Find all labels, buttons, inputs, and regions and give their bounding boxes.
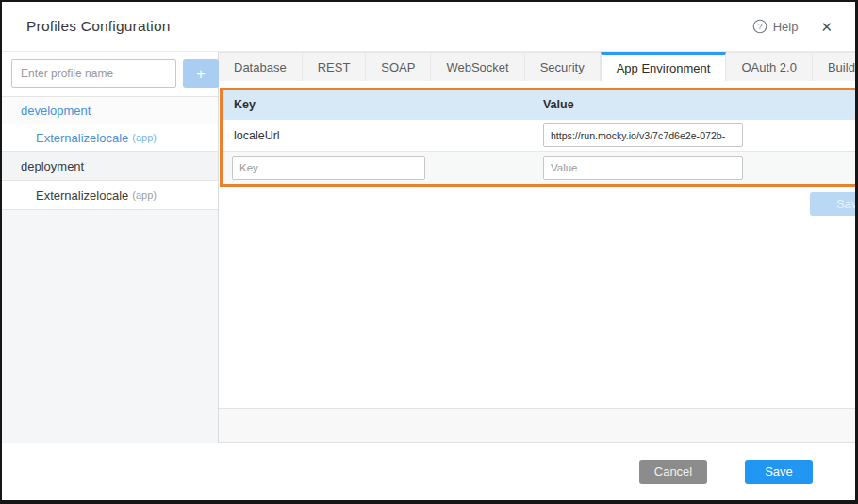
app-label: Externalizelocale [36,131,128,145]
tab-app-environment[interactable]: App Environment [601,52,727,81]
content-footer-strip [219,408,858,443]
inline-save-wrap: Save [220,187,858,216]
main-panel: Database REST SOAP WebSocket Security Ap… [219,52,858,443]
title-bar: Profiles Configuration ? Help ✕ [2,2,855,52]
new-key-input[interactable] [232,156,425,180]
sidebar-item-externalizelocale-deployment[interactable]: Externalizelocale (app) [2,181,218,210]
close-icon[interactable]: ✕ [820,20,833,34]
table-row: localeUrl [223,119,858,151]
cancel-button[interactable]: Cancel [639,460,707,484]
sidebar-item-deployment[interactable]: deployment [2,152,218,181]
key-column-header: Key [223,98,543,111]
new-value-input[interactable] [543,156,743,180]
help-icon: ? [752,19,767,34]
app-label: Externalizelocale [36,188,128,203]
app-environment-content: Key Value localeUrl [219,81,858,443]
profiles-sidebar: + development Externalizelocale (app) de… [2,52,219,443]
dialog-footer: Cancel Save [2,443,855,500]
tab-database[interactable]: Database [219,52,303,81]
table-header-row: Key Value [223,90,858,119]
svg-text:?: ? [757,22,762,31]
profile-list: development Externalizelocale (app) depl… [2,96,218,210]
help-button[interactable]: ? Help [752,19,799,34]
app-suffix: (app) [132,132,157,143]
profile-name-input[interactable] [11,59,176,88]
save-button[interactable]: Save [745,460,813,484]
env-variables-table: Key Value localeUrl [223,90,858,184]
env-value-input[interactable] [543,123,743,147]
tab-save-button-disabled[interactable]: Save [810,192,858,216]
profile-label: deployment [21,159,84,173]
app-suffix: (app) [132,189,157,201]
tab-build-options[interactable]: Build Options [813,52,858,81]
title-actions: ? Help ✕ [752,19,833,34]
profiles-configuration-dialog: Profiles Configuration ? Help ✕ + develo… [0,0,858,504]
profile-add-section: + [2,52,218,96]
env-key-label: localeUrl [223,129,543,142]
tab-websocket[interactable]: WebSocket [431,52,524,81]
tab-oauth[interactable]: OAuth 2.0 [726,52,813,81]
tab-bar: Database REST SOAP WebSocket Security Ap… [219,52,858,81]
tab-rest[interactable]: REST [303,52,367,81]
value-column-header: Value [543,98,858,111]
new-row: + [223,151,858,184]
tab-security[interactable]: Security [525,52,601,81]
profile-label: development [21,104,91,118]
highlight-annotation-box: Key Value localeUrl [220,88,858,187]
sidebar-item-development[interactable]: development [2,96,218,124]
dialog-body: + development Externalizelocale (app) de… [2,52,855,443]
add-profile-button[interactable]: + [183,59,219,88]
help-label: Help [773,20,799,34]
sidebar-item-externalizelocale-development[interactable]: Externalizelocale (app) [2,124,218,152]
tab-soap[interactable]: SOAP [366,52,431,81]
page-title: Profiles Configuration [26,18,171,35]
